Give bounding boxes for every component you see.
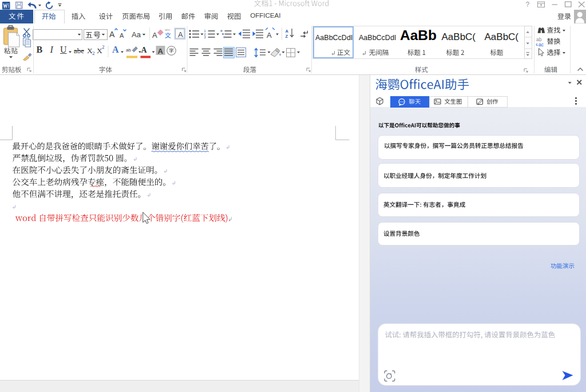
svg-text:ac: ac [539,42,544,47]
svg-text:3: 3 [204,35,206,39]
svg-text:Z: Z [286,34,288,39]
svg-text:A: A [267,31,272,39]
svg-text:A: A [158,47,164,56]
svg-text:ab: ab [126,47,131,53]
svg-text:win: win [164,28,170,31]
svg-text:A: A [286,29,289,34]
